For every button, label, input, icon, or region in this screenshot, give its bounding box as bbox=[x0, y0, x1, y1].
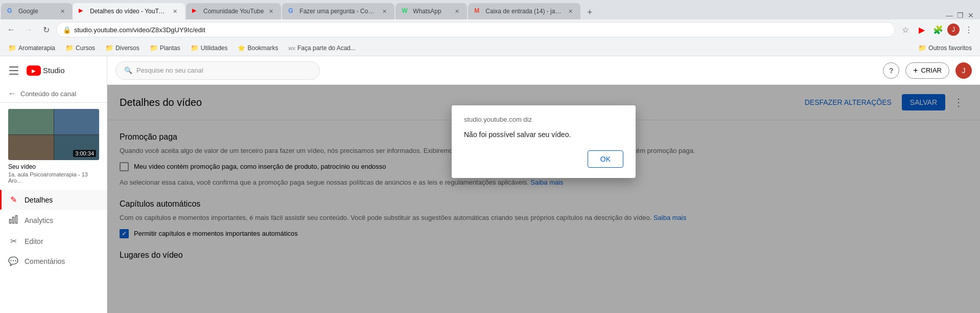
search-box[interactable]: 🔍 bbox=[115, 61, 320, 80]
yt-logo-icon bbox=[27, 65, 41, 76]
video-thumbnail-image: 3:00:34 bbox=[8, 109, 99, 160]
address-actions: ☆ ▶ 🧩 J ⋮ bbox=[898, 23, 976, 37]
video-thumbnail-section: 3:00:34 Seu vídeo 1a. aula Psicoaromater… bbox=[8, 109, 99, 184]
main-content: Detalhes do vídeo DESFAZER ALTERAÇÕES SA… bbox=[107, 85, 980, 313]
edit-icon: ✎ bbox=[8, 195, 18, 205]
editor-icon: ✂ bbox=[8, 236, 18, 246]
bookmark-star-icon[interactable]: ☆ bbox=[898, 23, 913, 37]
tab-yt-community[interactable]: ▶ Comunidade YouTube ✕ bbox=[186, 3, 281, 19]
bookmark-diversos[interactable]: 📁 Diversos bbox=[101, 43, 144, 53]
sidebar-video-title: Seu vídeo bbox=[8, 163, 99, 170]
restore-button[interactable]: ❐ bbox=[957, 11, 964, 19]
bookmark-cursos[interactable]: 📁 Cursos bbox=[61, 43, 99, 53]
folder-icon: 📁 bbox=[65, 44, 74, 52]
sidebar-item-comentarios[interactable]: 💬 Comentários bbox=[0, 251, 107, 271]
forward-button[interactable]: → bbox=[21, 23, 36, 37]
tab-close-whatsapp[interactable]: ✕ bbox=[453, 7, 461, 15]
lock-icon: 🔒 bbox=[63, 26, 71, 34]
tab-whatsapp[interactable]: W WhatsApp ✕ bbox=[395, 3, 467, 19]
folder-icon: 📁 bbox=[105, 44, 113, 52]
tab-favicon-google: G bbox=[7, 7, 15, 15]
refresh-button[interactable]: ↻ bbox=[39, 23, 53, 37]
sidebar-header: Studio bbox=[0, 56, 107, 85]
folder-icon: 📁 bbox=[191, 44, 199, 52]
tab-bar: G Google ✕ ▶ Detalhes do vídeo - YouTube… bbox=[0, 0, 980, 19]
close-button[interactable]: ✕ bbox=[968, 11, 974, 19]
back-to-channel[interactable]: ← Conteúdo do canal bbox=[0, 85, 107, 103]
bookmark-bookmarks[interactable]: ⭐ Bookmarks bbox=[234, 43, 282, 53]
tab-close-yt-studio[interactable]: ✕ bbox=[171, 7, 179, 15]
tab-close-google-community[interactable]: ✕ bbox=[380, 7, 388, 15]
studio-text: Studio bbox=[43, 66, 65, 75]
tab-title-yt-studio: Detalhes do vídeo - YouTube Stu... bbox=[90, 8, 168, 15]
folder-icon: 📁 bbox=[150, 44, 158, 52]
back-button[interactable]: ← bbox=[4, 23, 18, 37]
analytics-icon bbox=[8, 215, 18, 226]
wx-icon: wx bbox=[289, 45, 295, 51]
hamburger-menu[interactable] bbox=[6, 62, 22, 79]
bookmarks-bar: 📁 Aromaterapia 📁 Cursos 📁 Diversos 📁 Pla… bbox=[0, 40, 980, 56]
dialog-actions: OK bbox=[464, 150, 623, 168]
tab-favicon-google-community: G bbox=[288, 7, 296, 15]
bookmark-wxfaca[interactable]: wx Faça parte do Acad... bbox=[285, 43, 360, 53]
svg-rect-1 bbox=[13, 217, 14, 223]
window-controls: — ❐ ✕ bbox=[940, 11, 980, 19]
tab-google-community[interactable]: G Fazer uma pergunta - Comunida... ✕ bbox=[282, 3, 394, 19]
tab-close-yt-community[interactable]: ✕ bbox=[267, 7, 275, 15]
sidebar-label-detalhes: Detalhes bbox=[25, 196, 53, 204]
user-avatar[interactable]: J bbox=[955, 62, 972, 79]
url-bar[interactable]: 🔒 studio.youtube.com/video/Z8x3DgUY9Ic/e… bbox=[56, 22, 895, 37]
svg-rect-0 bbox=[10, 219, 11, 223]
more-options-icon[interactable]: ⋮ bbox=[962, 23, 976, 37]
tab-favicon-yt-studio: ▶ bbox=[79, 7, 87, 15]
sidebar-label-analytics: Analytics bbox=[25, 216, 53, 225]
tab-title-google: Google bbox=[18, 8, 55, 15]
create-label: CRIAR bbox=[921, 66, 942, 74]
sidebar-video-subtitle: 1a. aula Psicoaromaterapia - 13 Aro... bbox=[8, 171, 99, 184]
bookmark-outros-favoritos[interactable]: 📁 Outros favoritos bbox=[914, 43, 976, 53]
create-button[interactable]: + CRIAR bbox=[905, 62, 949, 79]
search-icon: 🔍 bbox=[124, 66, 132, 74]
minimize-button[interactable]: — bbox=[946, 11, 953, 19]
sidebar-item-editor[interactable]: ✂ Editor bbox=[0, 231, 107, 251]
sidebar-item-analytics[interactable]: Analytics bbox=[0, 210, 107, 231]
help-button[interactable]: ? bbox=[883, 62, 899, 79]
svg-rect-2 bbox=[16, 216, 17, 223]
tab-title-google-community: Fazer uma pergunta - Comunida... bbox=[299, 8, 377, 15]
tab-title-yt-community: Comunidade YouTube bbox=[203, 8, 264, 15]
bookmark-utilidades[interactable]: 📁 Utilidades bbox=[186, 43, 232, 53]
dialog-ok-button[interactable]: OK bbox=[588, 150, 623, 168]
bookmark-aromaterapia[interactable]: 📁 Aromaterapia bbox=[4, 43, 59, 53]
studio-header: 🔍 ? + CRIAR J bbox=[107, 56, 980, 85]
sidebar-label-editor: Editor bbox=[25, 237, 43, 245]
tab-yt-studio[interactable]: ▶ Detalhes do vídeo - YouTube Stu... ✕ bbox=[73, 3, 185, 19]
extensions-icon[interactable]: 🧩 bbox=[931, 23, 945, 37]
sidebar: Studio ← Conteúdo do canal 3:00:34 bbox=[0, 56, 107, 313]
search-input[interactable] bbox=[136, 66, 311, 74]
header-actions: ? + CRIAR J bbox=[883, 62, 972, 79]
star-icon: ⭐ bbox=[238, 44, 245, 52]
yt-studio-logo[interactable]: Studio bbox=[27, 65, 65, 76]
new-tab-button[interactable]: + bbox=[582, 5, 597, 19]
tab-gmail[interactable]: M Caixa de entrada (14) - janainasi... ✕ bbox=[468, 3, 580, 19]
tab-title-gmail: Caixa de entrada (14) - janainasi... bbox=[485, 8, 563, 15]
video-duration-badge: 3:00:34 bbox=[73, 150, 96, 157]
profile-icon[interactable]: J bbox=[947, 24, 960, 36]
dialog-source: studio.youtube.com diz bbox=[464, 116, 623, 123]
yt-app-icon[interactable]: ▶ bbox=[915, 23, 929, 37]
comments-icon: 💬 bbox=[8, 256, 18, 266]
dialog-message: Não foi possível salvar seu vídeo. bbox=[464, 129, 623, 140]
sidebar-item-detalhes[interactable]: ✎ Detalhes bbox=[0, 190, 107, 210]
alert-dialog: studio.youtube.com diz Não foi possível … bbox=[452, 105, 636, 178]
folder-icon: 📁 bbox=[918, 44, 926, 52]
tab-close-google[interactable]: ✕ bbox=[58, 7, 66, 15]
tab-google[interactable]: G Google ✕ bbox=[1, 3, 73, 19]
bookmark-plantas[interactable]: 📁 Plantas bbox=[146, 43, 184, 53]
tab-favicon-whatsapp: W bbox=[402, 7, 410, 15]
tab-close-gmail[interactable]: ✕ bbox=[566, 7, 574, 15]
tab-favicon-yt-community: ▶ bbox=[192, 7, 200, 15]
back-to-channel-label: Conteúdo do canal bbox=[20, 90, 76, 98]
tab-favicon-gmail: M bbox=[474, 7, 482, 15]
address-bar: ← → ↻ 🔒 studio.youtube.com/video/Z8x3DgU… bbox=[0, 19, 980, 40]
create-icon: + bbox=[913, 66, 918, 75]
